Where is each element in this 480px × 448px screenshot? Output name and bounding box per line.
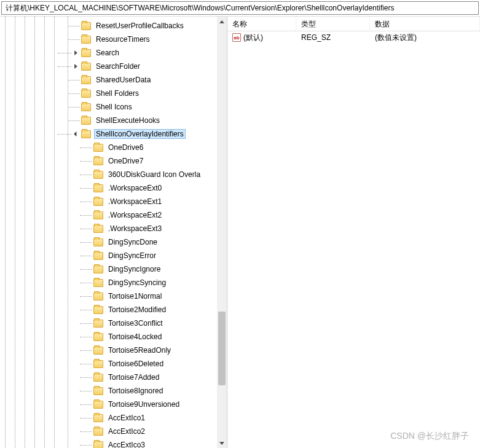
folder-icon: [81, 22, 91, 30]
folder-icon: [93, 347, 103, 355]
scroll-up-button[interactable]: [217, 17, 227, 26]
tree-item-label: Tortoise3Conflict: [106, 318, 165, 328]
tree-item[interactable]: SearchFolder: [0, 60, 217, 73]
tree-item[interactable]: ShellExecuteHooks: [0, 114, 217, 127]
chevron-right-icon[interactable]: [71, 62, 80, 71]
folder-icon: [81, 103, 91, 111]
reg-string-icon: ab: [232, 33, 241, 42]
tree-item[interactable]: AccExtIco3: [0, 438, 217, 448]
folder-icon: [93, 428, 103, 436]
tree-item-label: .WorkspaceExt3: [106, 224, 163, 234]
tree-item[interactable]: .WorkspaceExt3: [0, 222, 217, 235]
folder-icon: [93, 184, 103, 192]
tree-scrollbar[interactable]: [217, 17, 227, 448]
tree-item[interactable]: Shell Folders: [0, 87, 217, 100]
folder-icon: [93, 144, 103, 152]
folder-icon: [81, 90, 91, 98]
registry-path: 计算机\HKEY_LOCAL_MACHINE\SOFTWARE\Microsof…: [6, 4, 394, 12]
tree-item[interactable]: Tortoise5ReadOnly: [0, 344, 217, 357]
tree-item[interactable]: .WorkspaceExt1: [0, 195, 217, 208]
tree-item-label: Tortoise5ReadOnly: [106, 345, 173, 355]
address-bar[interactable]: 计算机\HKEY_LOCAL_MACHINE\SOFTWARE\Microsof…: [1, 1, 479, 15]
tree-item[interactable]: Tortoise7Added: [0, 371, 217, 384]
tree-item-label: Tortoise4Locked: [106, 332, 163, 342]
folder-icon: [93, 211, 103, 219]
tree-item[interactable]: .WorkspaceExt0: [0, 181, 217, 195]
tree-item-label: SearchFolder: [94, 61, 142, 71]
tree-item-label: .WorkspaceExt0: [106, 183, 163, 193]
tree-item[interactable]: DingSyncDone: [0, 235, 217, 249]
tree-item-label: Tortoise8Ignored: [106, 386, 165, 396]
tree-item-label: Tortoise1Normal: [106, 291, 163, 301]
tree-item-label: ResourceTimers: [94, 34, 152, 44]
tree-item-label: DingSyncIgnore: [106, 264, 162, 274]
tree-item[interactable]: SharedUserData: [0, 73, 217, 87]
tree-item[interactable]: Tortoise4Locked: [0, 330, 217, 344]
tree-item-label: ShellExecuteHooks: [94, 116, 162, 125]
tree-item[interactable]: Tortoise2Modified: [0, 303, 217, 316]
tree-item[interactable]: ShellIconOverlayIdentifiers: [0, 127, 217, 141]
tree-item[interactable]: DingSyncSyncing: [0, 276, 217, 289]
folder-icon: [93, 401, 103, 409]
tree-item-label: DingSyncError: [106, 251, 158, 261]
tree-item-label: 360UDiskGuard Icon Overla: [106, 170, 202, 179]
tree-item[interactable]: Tortoise6Deleted: [0, 357, 217, 371]
value-type: REG_SZ: [301, 33, 331, 42]
tree-item-label: OneDrive6: [106, 143, 145, 152]
tree-item[interactable]: AccExtIco2: [0, 425, 217, 438]
tree-item-label: AccExtIco3: [106, 440, 147, 448]
folder-icon: [93, 279, 103, 287]
tree-item[interactable]: Tortoise3Conflict: [0, 316, 217, 330]
tree-item[interactable]: AccExtIco1: [0, 411, 217, 425]
values-pane[interactable]: 名称 类型 数据 ab (默认) REG_SZ (数值未设置): [227, 17, 480, 448]
value-row[interactable]: ab (默认) REG_SZ (数值未设置): [227, 31, 480, 44]
tree-item-label: ShellIconOverlayIdentifiers: [94, 129, 186, 139]
folder-icon: [93, 306, 103, 314]
chevron-right-icon[interactable]: [71, 49, 80, 57]
folder-icon: [93, 225, 103, 233]
folder-icon: [93, 441, 103, 449]
tree-item[interactable]: .WorkspaceExt2: [0, 208, 217, 222]
chevron-down-icon[interactable]: [71, 130, 80, 138]
col-header-type[interactable]: 类型: [296, 17, 370, 31]
tree-item[interactable]: Tortoise1Normal: [0, 289, 217, 303]
tree-item[interactable]: 360UDiskGuard Icon Overla: [0, 168, 217, 181]
folder-icon: [93, 320, 103, 328]
tree-item-label: .WorkspaceExt1: [106, 197, 163, 206]
folder-icon: [93, 360, 103, 368]
tree-item-label: SharedUserData: [94, 75, 152, 85]
folder-icon: [93, 333, 103, 341]
folder-icon: [81, 76, 91, 84]
value-name: (默认): [243, 33, 263, 43]
folder-icon: [93, 414, 103, 422]
tree-item[interactable]: ResourceTimers: [0, 33, 217, 46]
tree-item-label: AccExtIco1: [106, 413, 147, 423]
folder-icon: [93, 252, 103, 260]
tree-pane[interactable]: ResetUserProfileCallbacksResourceTimersS…: [0, 17, 227, 448]
tree-item[interactable]: Search: [0, 46, 217, 60]
tree-item[interactable]: DingSyncIgnore: [0, 262, 217, 276]
tree-item-label: DingSyncDone: [106, 237, 159, 247]
tree-item[interactable]: OneDrive7: [0, 154, 217, 168]
tree-item[interactable]: OneDrive6: [0, 141, 217, 154]
folder-icon: [93, 171, 103, 179]
folder-icon: [93, 198, 103, 206]
tree-item[interactable]: DingSyncError: [0, 249, 217, 262]
tree-item-label: OneDrive7: [106, 156, 145, 166]
tree-item-label: Shell Icons: [94, 102, 134, 112]
tree-item[interactable]: Shell Icons: [0, 100, 217, 114]
scroll-thumb[interactable]: [218, 312, 226, 385]
folder-icon: [81, 130, 91, 138]
folder-icon: [93, 374, 103, 382]
col-header-data[interactable]: 数据: [370, 17, 480, 31]
scroll-down-button[interactable]: [217, 438, 227, 448]
tree-item[interactable]: Tortoise9Unversioned: [0, 398, 217, 411]
tree-item[interactable]: Tortoise8Ignored: [0, 384, 217, 398]
tree-item[interactable]: ResetUserProfileCallbacks: [0, 19, 217, 33]
expander-placeholder: [84, 441, 92, 448]
tree-item-label: Tortoise7Added: [106, 372, 161, 382]
folder-icon: [81, 49, 91, 57]
folder-icon: [93, 238, 103, 246]
list-header[interactable]: 名称 类型 数据: [227, 17, 480, 31]
col-header-name[interactable]: 名称: [227, 17, 296, 31]
